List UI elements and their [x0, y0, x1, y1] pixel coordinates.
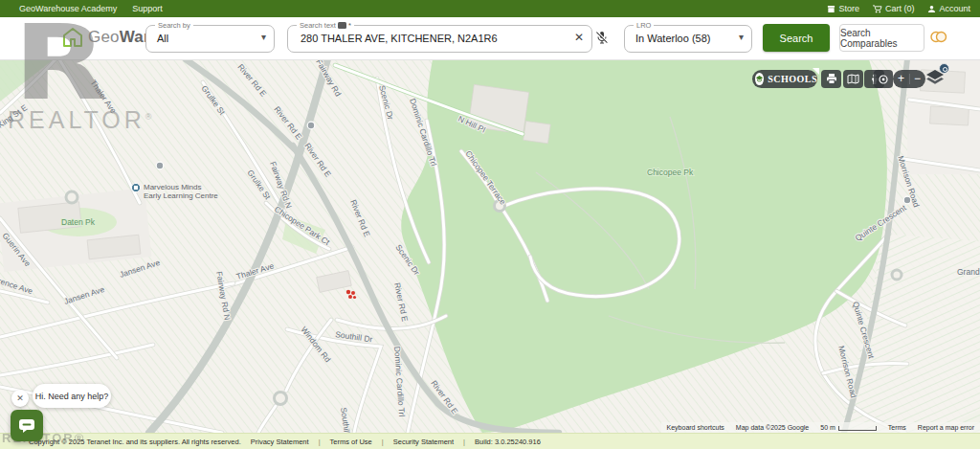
map-data-credit: Map data ©2025 Google	[736, 424, 809, 431]
top-navigation-bar: GeoWarehouse Academy Support Store Cart …	[0, 0, 980, 17]
account-label: Account	[939, 4, 970, 13]
lro-value: In Waterloo (58)	[635, 33, 710, 44]
search-input[interactable]	[299, 27, 557, 50]
store-icon	[827, 5, 835, 13]
park-label: Chicopee Pk	[647, 168, 694, 177]
geowarehouse-app: GeoWarehouse Academy Support Store Cart …	[0, 0, 980, 449]
microphone-off-icon[interactable]	[595, 31, 609, 49]
geowarehouse-house-icon	[61, 26, 84, 49]
street-label: Grand	[957, 267, 980, 277]
report-map-error-link[interactable]: Report a map error	[918, 424, 974, 431]
search-comparables-button[interactable]: Search Comparables	[839, 24, 924, 52]
cart-label: Cart (0)	[885, 4, 915, 13]
chat-launcher-button[interactable]	[11, 410, 43, 441]
printer-icon	[826, 74, 837, 84]
store-link[interactable]: Store	[827, 4, 859, 13]
footer-bar: Copyright © 2025 Teranet Inc. and its su…	[0, 433, 980, 449]
terms-link[interactable]: Terms	[888, 424, 906, 431]
search-header: GeoWarehouse® Search by All ▾ Search tex…	[0, 17, 980, 60]
terms-of-use-link[interactable]: Terms of Use	[330, 438, 372, 446]
poi-label-line1: Marvelous Minds	[144, 183, 201, 191]
search-by-label: Search by	[155, 21, 193, 30]
map-attribution: Keyboard shortcuts Map data ©2025 Google…	[661, 422, 980, 433]
map-canvas[interactable]: River Rd E Grulke St Fairway Rd River Rd…	[0, 59, 980, 433]
zoom-in-button[interactable]: +	[894, 70, 909, 88]
scale-bar	[838, 426, 877, 431]
credits-coins-icon[interactable]	[930, 30, 947, 47]
brand-geo: Geo	[88, 28, 120, 46]
scale-label: 50 m	[820, 424, 835, 431]
schools-layer-button[interactable]: SCHOOLS	[752, 70, 817, 88]
search-by-value: All	[157, 33, 168, 44]
chat-tooltip: Hi. Need any help?	[33, 384, 111, 408]
cart-link[interactable]: Cart (0)	[873, 4, 915, 13]
store-label: Store	[838, 4, 859, 13]
footer-separator: |	[382, 438, 384, 446]
map-icon	[847, 74, 859, 84]
poi-label-line2: Early Learning Centre	[144, 191, 218, 200]
locate-me-button[interactable]	[874, 70, 893, 88]
print-map-button[interactable]	[821, 70, 841, 88]
chevron-down-icon: ▾	[739, 32, 744, 42]
search-by-dropdown[interactable]: Search by All ▾	[145, 25, 275, 53]
link-geowarehouse-academy[interactable]: GeoWarehouse Academy	[19, 4, 117, 13]
footer-separator: |	[319, 438, 321, 446]
schools-label: SCHOOLS	[768, 74, 817, 84]
lro-label: LRO	[634, 21, 654, 30]
cart-icon	[873, 5, 882, 13]
privacy-statement-link[interactable]: Privacy Statement	[251, 438, 309, 446]
account-link[interactable]: Account	[927, 4, 970, 13]
map-legend-button[interactable]	[843, 70, 863, 88]
keyboard-shortcuts-link[interactable]: Keyboard shortcuts	[667, 424, 724, 431]
target-icon	[878, 74, 889, 85]
copyright-text: Copyright © 2025 Teranet Inc. and its su…	[29, 438, 241, 446]
chat-dismiss-button[interactable]: ✕	[11, 390, 29, 407]
clear-search-icon[interactable]: ✕	[574, 31, 584, 44]
security-statement-link[interactable]: Security Statement	[393, 438, 454, 446]
search-button[interactable]: Search	[763, 24, 830, 52]
lro-dropdown[interactable]: LRO In Waterloo (58) ▾	[624, 25, 752, 53]
park-label: Daten Pk	[61, 217, 96, 227]
zoom-control: + −	[893, 70, 925, 88]
chevron-down-icon: ▾	[261, 32, 266, 42]
footer-separator: |	[463, 438, 465, 446]
account-icon	[927, 5, 936, 13]
map-layers-button[interactable]	[924, 68, 946, 91]
resize-corner	[813, 68, 819, 75]
zoom-out-button[interactable]: −	[910, 70, 925, 88]
search-text-field[interactable]: Search text * ✕	[287, 25, 592, 53]
build-version-text: Build: 3.0.25240.916	[475, 438, 541, 446]
scale-widget[interactable]: 50 m	[820, 424, 877, 431]
schools-icon	[755, 73, 764, 85]
chat-bubble-icon	[18, 418, 35, 434]
link-support[interactable]: Support	[132, 4, 163, 13]
layers-badge-icon	[939, 63, 949, 74]
map-container: River Rd E Grulke St Fairway Rd River Rd…	[0, 59, 980, 433]
